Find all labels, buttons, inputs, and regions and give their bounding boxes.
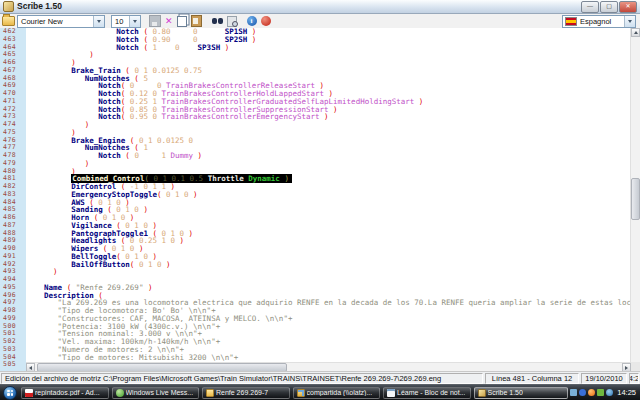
chevron-down-icon[interactable]	[93, 16, 104, 27]
scribe-window: Scribe 1.50 — ▢ ✕ Courier New 10 ✕ i	[0, 0, 640, 400]
taskbar-button[interactable]: compartida (\\olatz)...	[293, 387, 381, 399]
cursor-position: Línea 481 - Columna 12	[485, 373, 579, 384]
find-button[interactable]	[212, 15, 223, 27]
replace-button[interactable]	[227, 15, 237, 27]
code-line[interactable]: )	[26, 121, 631, 129]
about-button[interactable]: i	[247, 15, 257, 27]
code-line[interactable]: )	[26, 268, 631, 276]
paste-icon	[191, 15, 202, 27]
scroll-up-button[interactable]	[631, 28, 640, 37]
font-family-select[interactable]: Courier New	[17, 15, 105, 28]
start-button[interactable]	[3, 386, 17, 400]
taskbar-tasks: repintados.pdf - Ad...Windows Live Mess.…	[21, 387, 568, 399]
taskbar-button-label: Renfe 269.269-7	[216, 389, 268, 396]
exit-button[interactable]	[261, 15, 271, 27]
taskbar-button[interactable]: Scribe 1.50	[474, 387, 569, 399]
vertical-scroll-thumb[interactable]	[631, 178, 640, 220]
language-value: Espagnol	[577, 17, 614, 26]
status-message: Edición del archivo de motriz C:\Program…	[1, 373, 483, 384]
status-date: 19/10/2010	[581, 373, 627, 384]
system-tray: 14:25	[568, 388, 640, 397]
vertical-scrollbar[interactable]	[630, 28, 640, 371]
exit-icon	[261, 16, 271, 26]
code-line[interactable]: Notch ( 0 1 Dummy )	[26, 152, 631, 160]
chevron-down-icon[interactable]	[624, 16, 635, 27]
taskbar-button-label: repintados.pdf - Ad...	[35, 389, 100, 396]
taskbar: repintados.pdf - Ad...Windows Live Mess.…	[0, 384, 640, 400]
chevron-down-icon[interactable]	[129, 16, 140, 27]
taskbar-button[interactable]: Renfe 269.269-7	[202, 387, 290, 399]
scribe-icon	[478, 389, 486, 397]
status-time: 14:25	[629, 373, 639, 384]
taskbar-button[interactable]: Windows Live Mess...	[112, 387, 200, 399]
code-line[interactable]: )	[26, 51, 631, 59]
font-size-value: 10	[112, 17, 126, 26]
windows-logo-icon	[7, 390, 13, 396]
title-bar[interactable]: Scribe 1.50 — ▢ ✕	[0, 0, 640, 14]
copy-icon	[177, 16, 187, 27]
taskbar-button-label: Léame - Bloc de not...	[397, 389, 465, 396]
toolbar: Courier New 10 ✕ i Espagnol	[0, 14, 640, 29]
pdf-icon	[25, 389, 33, 397]
taskbar-button[interactable]: repintados.pdf - Ad...	[21, 387, 109, 399]
close-button[interactable]: ✕	[619, 1, 637, 13]
open-folder-icon	[2, 16, 15, 26]
taskbar-button-label: Windows Live Mess...	[126, 389, 194, 396]
line-number: 505	[0, 361, 26, 369]
code-line[interactable]: Notch ( 1 0 SP3SH )	[26, 44, 631, 52]
cut-icon: ✕	[165, 16, 173, 26]
window-title: Scribe 1.50	[17, 0, 62, 13]
paste-button[interactable]	[191, 15, 202, 27]
taskbar-clock: 14:25	[617, 388, 636, 397]
font-size-select[interactable]: 10	[111, 15, 141, 28]
updates-tray-icon[interactable]	[579, 389, 586, 396]
taskbar-button-label: Scribe 1.50	[488, 389, 523, 396]
code-line[interactable]: BailOffButton( 0 1 0 )	[26, 261, 631, 269]
scrollbar-corner	[631, 362, 640, 371]
battery-tray-icon[interactable]	[597, 389, 604, 396]
font-family-value: Courier New	[18, 17, 66, 26]
code-line[interactable]: "Tipo de motores: Mitsubishi 3200 \n\n"+	[26, 354, 631, 362]
line-number-gutter: 4624634644654664674684694704714724734744…	[0, 28, 26, 371]
messenger-icon	[116, 389, 124, 397]
find-replace-icon	[227, 16, 237, 27]
status-bar: Edición del archivo de motriz C:\Program…	[0, 371, 640, 385]
network-tray-icon[interactable]	[606, 389, 613, 396]
spain-flag-icon	[565, 17, 577, 26]
save-icon	[149, 15, 161, 27]
code-line[interactable]: )	[26, 160, 631, 168]
folder-icon	[206, 389, 214, 397]
save-button[interactable]	[149, 15, 161, 27]
cut-button[interactable]: ✕	[165, 15, 173, 27]
taskbar-button-label: compartida (\\olatz)...	[307, 389, 373, 396]
code-line[interactable]: Notch( 0.95 0 TrainBrakesControllerEmerg…	[26, 113, 631, 121]
notepad-icon	[387, 389, 395, 397]
info-icon: i	[247, 16, 257, 26]
messenger-tray-icon[interactable]	[570, 389, 577, 396]
firefox-tray-icon[interactable]	[588, 389, 595, 396]
code-line[interactable]: Name ( "Renfe 269.269" )	[26, 284, 631, 292]
horizontal-scrollbar[interactable]	[26, 362, 631, 371]
app-icon	[3, 1, 14, 12]
maximize-button[interactable]: ▢	[600, 1, 618, 13]
copy-button[interactable]	[177, 15, 187, 27]
taskbar-button[interactable]: Léame - Bloc de not...	[383, 387, 471, 399]
language-select[interactable]: Espagnol	[562, 15, 636, 28]
shared-folder-icon	[297, 389, 305, 397]
code-editor[interactable]: Notch ( 0.80 0 SP1SH ) Notch ( 0.90 0 SP…	[26, 28, 631, 362]
minimize-button[interactable]: —	[581, 1, 599, 13]
binoculars-icon	[212, 18, 223, 25]
open-button[interactable]	[2, 15, 15, 27]
